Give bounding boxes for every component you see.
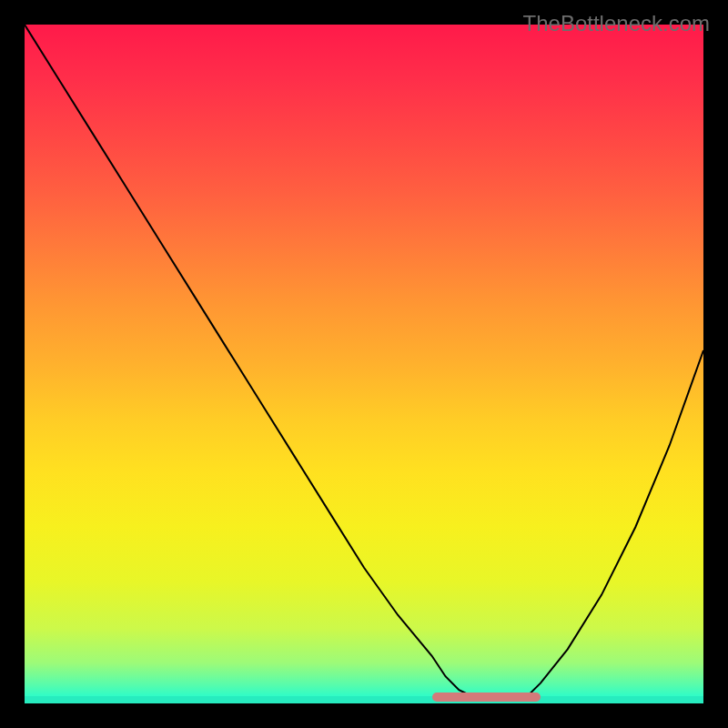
watermark-text: TheBottleneck.com [523, 11, 710, 36]
bottleneck-curve-svg [25, 25, 703, 703]
optimal-range-highlight [432, 693, 541, 702]
curve-path [25, 25, 703, 700]
chart-plot-area [25, 25, 703, 703]
